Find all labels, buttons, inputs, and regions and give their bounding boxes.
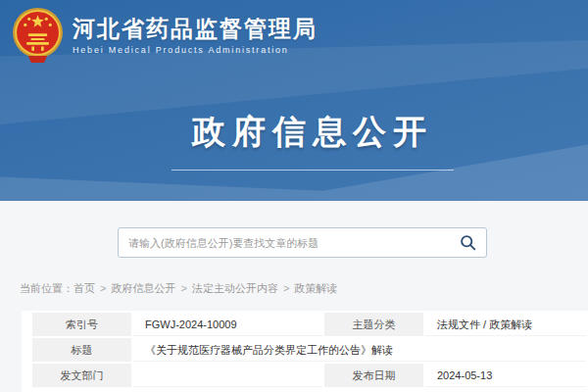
breadcrumb-gov-info-link[interactable]: 政府信息公开: [111, 282, 175, 294]
index-number-value: FGWJ-2024-10009: [133, 313, 322, 336]
search-box: [118, 227, 487, 258]
table-row-title: 标题 《关于规范医疗器械产品分类界定工作的公告》解读: [32, 338, 586, 362]
title-label: 标题: [32, 338, 131, 362]
breadcrumb-separator: >: [283, 282, 289, 294]
search-button[interactable]: [449, 228, 486, 257]
index-number-label: 索引号: [32, 313, 131, 336]
publish-date-label: 发布日期: [324, 364, 423, 387]
breadcrumb-home-link[interactable]: 首页: [74, 282, 95, 294]
banner-divider: [172, 170, 454, 171]
national-emblem-icon: [12, 7, 64, 64]
breadcrumb-policy-link[interactable]: 政策解读: [294, 282, 337, 294]
breadcrumb-separator: >: [100, 282, 106, 294]
table-row-index: 索引号 FGWJ-2024-10009 主题分类 法规文件 / 政策解读: [32, 313, 586, 336]
breadcrumb-disclosure-link[interactable]: 法定主动公开内容: [192, 282, 278, 294]
content-card: 索引号 FGWJ-2024-10009 主题分类 法规文件 / 政策解读 标题 …: [22, 311, 588, 392]
site-title-cn: 河北省药品监督管理局: [73, 16, 318, 43]
breadcrumb-separator: >: [180, 282, 186, 294]
table-row-department: 发文部门 发布日期 2024-05-13: [32, 364, 586, 387]
issuing-department-label: 发文部门: [32, 364, 131, 387]
site-header: 河北省药品监督管理局 Hebei Medical Products Admini…: [0, 0, 588, 201]
site-logo[interactable]: 河北省药品监督管理局 Hebei Medical Products Admini…: [12, 7, 318, 64]
breadcrumb-prefix: 当前位置：: [20, 282, 74, 294]
issuing-department-value: [133, 364, 322, 387]
topic-category-label: 主题分类: [324, 313, 423, 336]
site-title-en: Hebei Medical Products Administration: [73, 45, 318, 55]
topic-category-value: 法规文件 / 政策解读: [425, 313, 586, 336]
search-section: [0, 201, 588, 258]
title-value: 《关于规范医疗器械产品分类界定工作的公告》解读: [133, 338, 586, 362]
banner-title-block: 政府信息公开: [19, 110, 588, 171]
page-banner-title: 政府信息公开: [19, 110, 588, 155]
site-title-block: 河北省药品监督管理局 Hebei Medical Products Admini…: [73, 16, 318, 56]
search-input[interactable]: [119, 237, 449, 249]
publish-date-value: 2024-05-13: [425, 364, 586, 387]
document-info-table: 索引号 FGWJ-2024-10009 主题分类 法规文件 / 政策解读 标题 …: [30, 311, 588, 389]
search-icon: [460, 234, 476, 251]
breadcrumb: 当前位置：首页>政府信息公开>法定主动公开内容>政策解读: [20, 281, 588, 296]
